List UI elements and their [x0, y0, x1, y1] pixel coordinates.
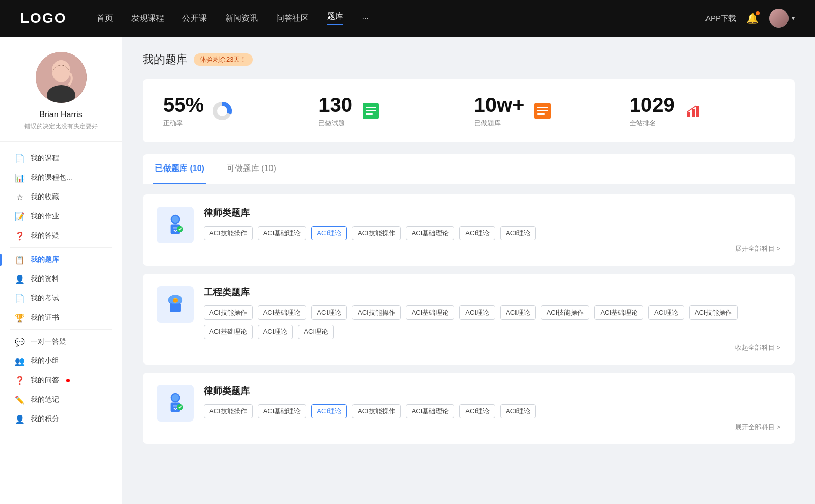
qbank-tags-1: ACI技能操作ACI基础理论ACI理论ACI技能操作ACI基础理论ACI理论AC…	[204, 305, 780, 339]
notification-dot	[756, 11, 760, 15]
sidebar-icon: 📄	[15, 154, 24, 163]
sidebar-item-我的积分[interactable]: 👤我的积分	[0, 409, 122, 429]
main-content: 我的题库 体验剩余23天！ 55%正确率 130已做试题 10w+已做题库 10…	[122, 37, 815, 504]
qbank-icon-lawyer	[157, 207, 194, 243]
page-title: 我的题库	[143, 52, 187, 67]
tag-1-3[interactable]: ACI技能操作	[352, 305, 401, 320]
stat-label-2: 已做题库	[474, 119, 525, 128]
tag-2-2[interactable]: ACI理论	[311, 404, 347, 418]
tag-1-5[interactable]: ACI理论	[459, 305, 495, 320]
profile-avatar	[36, 52, 87, 103]
sidebar-item-我的收藏[interactable]: ☆我的收藏	[0, 187, 122, 207]
sidebar-item-label: 一对一答疑	[31, 337, 66, 346]
nav-link-发现课程[interactable]: 发现课程	[131, 13, 164, 24]
tag-2-0[interactable]: ACI技能操作	[204, 404, 253, 418]
user-menu[interactable]: ▾	[769, 9, 795, 28]
tag-0-1[interactable]: ACI基础理论	[258, 226, 307, 240]
sidebar-item-我的问答[interactable]: ❓我的问答	[0, 371, 122, 390]
stat-label-1: 已做试题	[318, 119, 352, 128]
sidebar-item-我的资料[interactable]: 👤我的资料	[0, 269, 122, 289]
tag-1-8[interactable]: ACI基础理论	[594, 305, 643, 320]
avatar	[769, 9, 789, 28]
svg-rect-8	[366, 110, 376, 111]
sidebar-icon: 📄	[15, 294, 24, 303]
sidebar-item-我的小组[interactable]: 👥我的小组	[0, 351, 122, 371]
tag-1-4[interactable]: ACI基础理论	[406, 305, 455, 320]
tag-1-11[interactable]: ACI基础理论	[204, 325, 253, 339]
tag-0-3[interactable]: ACI技能操作	[352, 226, 401, 240]
sidebar-icon: ❓	[15, 376, 24, 385]
tag-2-6[interactable]: ACI理论	[500, 404, 536, 418]
sidebar-icon: ✏️	[15, 395, 24, 404]
sidebar-item-label: 我的课程	[31, 154, 59, 163]
sidebar-item-label: 我的作业	[31, 212, 59, 221]
qbank-card-2: 律师类题库ACI技能操作ACI基础理论ACI理论ACI技能操作ACI基础理论AC…	[143, 373, 795, 444]
nav-link-···[interactable]: ···	[362, 14, 368, 23]
stat-value-2: 10w+	[474, 94, 525, 117]
tag-0-2[interactable]: ACI理论	[311, 226, 347, 240]
tag-1-10[interactable]: ACI技能操作	[689, 305, 738, 320]
chevron-down-icon: ▾	[792, 15, 795, 22]
sidebar-item-label: 我的笔记	[31, 395, 59, 404]
stat-value-3: 1029	[630, 94, 675, 117]
sidebar-item-我的答疑[interactable]: ❓我的答疑	[0, 226, 122, 245]
sidebar-icon: 📝	[15, 212, 24, 221]
tag-1-2[interactable]: ACI理论	[311, 305, 347, 320]
sidebar-icon: 👥	[15, 356, 24, 366]
stat-item-0: 55%正确率	[163, 94, 308, 128]
nav-link-题库[interactable]: 题库	[327, 11, 343, 25]
collapse-button-1[interactable]: 收起全部科目 >	[204, 343, 780, 352]
sidebar-item-一对一答疑[interactable]: 💬一对一答疑	[0, 332, 122, 351]
tag-0-6[interactable]: ACI理论	[500, 226, 536, 240]
tag-1-1[interactable]: ACI基础理论	[258, 305, 307, 320]
sidebar-item-我的考试[interactable]: 📄我的考试	[0, 289, 122, 308]
stat-item-3: 1029全站排名	[619, 94, 774, 128]
tag-2-1[interactable]: ACI基础理论	[258, 404, 307, 418]
stat-item-1: 130已做试题	[308, 94, 464, 128]
tag-1-13[interactable]: ACI理论	[298, 325, 334, 339]
sidebar-item-我的笔记[interactable]: ✏️我的笔记	[0, 390, 122, 409]
expand-button-0[interactable]: 展开全部科目 >	[204, 244, 780, 254]
nav-link-问答社区[interactable]: 问答社区	[276, 13, 309, 24]
tag-2-5[interactable]: ACI理论	[459, 404, 495, 418]
tag-0-0[interactable]: ACI技能操作	[204, 226, 253, 240]
tab-0[interactable]: 已做题库 (10)	[153, 154, 206, 184]
sidebar-item-我的课程包...[interactable]: 📊我的课程包...	[0, 168, 122, 187]
sidebar-menu: 📄我的课程📊我的课程包...☆我的收藏📝我的作业❓我的答疑📋我的题库👤我的资料📄…	[0, 142, 122, 436]
nav-links: 首页发现课程公开课新闻资讯问答社区题库···	[97, 11, 705, 25]
stat-icon-list-green	[360, 100, 382, 122]
expand-button-2[interactable]: 展开全部科目 >	[204, 423, 780, 432]
sidebar-item-我的作业[interactable]: 📝我的作业	[0, 207, 122, 226]
qbank-name-2: 律师类题库	[204, 385, 780, 397]
tabs-bar: 已做题库 (10)可做题库 (10)	[143, 154, 795, 184]
sidebar-item-我的题库[interactable]: 📋我的题库	[0, 250, 122, 269]
qbank-icon-lawyer	[157, 385, 194, 422]
nav-link-首页[interactable]: 首页	[97, 13, 113, 24]
tag-0-4[interactable]: ACI基础理论	[406, 226, 455, 240]
tag-0-5[interactable]: ACI理论	[459, 226, 495, 240]
sidebar-item-我的课程[interactable]: 📄我的课程	[0, 149, 122, 168]
tab-1[interactable]: 可做题库 (10)	[225, 154, 278, 184]
qbank-icon-engineer	[157, 286, 194, 323]
tag-1-9[interactable]: ACI理论	[648, 305, 684, 320]
nav-right: APP下载 🔔 ▾	[705, 9, 795, 28]
qbank-card-1: 工程类题库ACI技能操作ACI基础理论ACI理论ACI技能操作ACI基础理论AC…	[143, 274, 795, 365]
sidebar-divider	[10, 247, 112, 248]
tag-1-0[interactable]: ACI技能操作	[204, 305, 253, 320]
svg-rect-26	[173, 299, 177, 302]
stat-icon-list-orange	[531, 100, 554, 122]
notification-bell[interactable]: 🔔	[746, 12, 759, 24]
sidebar-icon: ❓	[15, 231, 24, 240]
sidebar-item-我的证书[interactable]: 🏆我的证书	[0, 308, 122, 327]
nav-link-公开课[interactable]: 公开课	[182, 13, 207, 24]
tag-2-4[interactable]: ACI基础理论	[406, 404, 455, 418]
svg-rect-9	[366, 113, 373, 115]
tag-1-12[interactable]: ACI理论	[258, 325, 293, 339]
svg-point-5	[217, 106, 227, 116]
tag-1-7[interactable]: ACI技能操作	[541, 305, 590, 320]
nav-link-新闻资讯[interactable]: 新闻资讯	[225, 13, 258, 24]
app-download-link[interactable]: APP下载	[705, 14, 736, 23]
tag-1-6[interactable]: ACI理论	[500, 305, 536, 320]
tag-2-3[interactable]: ACI技能操作	[352, 404, 401, 418]
svg-rect-30	[173, 406, 177, 407]
